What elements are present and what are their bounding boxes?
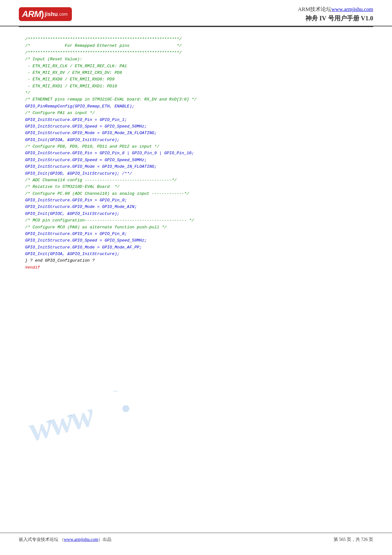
code-line-8: */ bbox=[25, 90, 367, 96]
logo-com-text: .com bbox=[58, 12, 67, 17]
code-line-11: GPIO_PinRemapConfig(GPIO_Remap_ETH, ENAB… bbox=[25, 103, 367, 110]
page: ARM ) jishu .com ARM技术论坛www.armjishu.com… bbox=[0, 0, 392, 555]
code-line-14: GPIO_InitStructure.GPIO_Pin = GPIO_Pin_1… bbox=[25, 117, 367, 123]
header-forum-text: ARM技术论坛 bbox=[298, 6, 331, 12]
watermark-dot bbox=[122, 405, 129, 412]
code-line-32: /* MCO pin configuration----------------… bbox=[25, 217, 367, 224]
code-line-36: GPIO_InitStructure.GPIO_Mode = GPIO_Mode… bbox=[25, 244, 367, 251]
logo-bracket: ) bbox=[41, 9, 44, 19]
logo-jishu-text: jishu bbox=[45, 11, 58, 18]
code-block: /***************************************… bbox=[0, 27, 392, 271]
watermark: www bbox=[24, 394, 97, 450]
code-line-17: GPIO_Init(GPIOA, &GPIO_InitStructure); bbox=[25, 137, 367, 143]
code-line-33: /* Configure MCO (PA8) as alternate func… bbox=[25, 224, 367, 231]
header-title: 神舟 IV 号用户手册 V1.0 bbox=[298, 14, 373, 23]
code-line-2: /***************************************… bbox=[25, 49, 367, 56]
code-line-6: - ETH_MII_RXD0 / ETH_RMII_RXD0: PD9 bbox=[25, 76, 367, 83]
footer-url[interactable]: www.armjishu.com bbox=[64, 537, 99, 542]
code-line-27: /* Configure PC.00 (ADC Channel10) as an… bbox=[25, 190, 367, 197]
code-line-26: /* Relative to STM3210D-EVAL Board */ bbox=[25, 183, 367, 190]
code-line-39: } ? end GPIO_Configuration ? bbox=[25, 257, 367, 264]
code-line-37: GPIO_Init(GPIOA, &GPIO_InitStructure); bbox=[25, 251, 367, 257]
code-line-0: /***************************************… bbox=[25, 36, 367, 42]
logo: ARM ) jishu .com bbox=[19, 7, 72, 21]
header-forum: ARM技术论坛www.armjishu.com bbox=[298, 6, 373, 13]
code-line-16: GPIO_InitStructure.GPIO_Mode = GPIO_Mode… bbox=[25, 130, 367, 136]
code-line-7: - ETH_MII_RXD1 / ETH_RMII_RXD1: PD10 bbox=[25, 83, 367, 90]
footer-right: 第 565 页，共 726 页 bbox=[334, 537, 373, 542]
code-line-21: GPIO_InitStructure.GPIO_Speed = GPIO_Spe… bbox=[25, 157, 367, 163]
code-line-10: /* ETHERNET pins remapp in STM3210C-EVAL… bbox=[25, 96, 367, 103]
code-line-35: GPIO_InitStructure.GPIO_Speed = GPIO_Spe… bbox=[25, 237, 367, 244]
header-right: ARM技术论坛www.armjishu.com 神舟 IV 号用户手册 V1.0 bbox=[298, 6, 373, 23]
header: ARM ) jishu .com ARM技术论坛www.armjishu.com… bbox=[0, 0, 392, 26]
code-line-1: /* For Remapped Ethernet pins */ bbox=[25, 42, 367, 49]
code-line-40: #endif bbox=[25, 264, 367, 271]
logo-container: ARM ) jishu .com bbox=[19, 7, 72, 21]
code-line-23: GPIO_Init(GPIOD, &GPIO_InitStructure); /… bbox=[25, 170, 367, 177]
code-line-28: GPIO_InitStructure.GPIO_Pin = GPIO_Pin_0… bbox=[25, 197, 367, 204]
footer-left-text: 嵌入式专业技术论坛 （ bbox=[19, 537, 64, 542]
code-line-22: GPIO_InitStructure.GPIO_Mode = GPIO_Mode… bbox=[25, 163, 367, 170]
code-line-5: - ETH_MII_RX_DV / ETH_RMII_CRS_DV: PD8 bbox=[25, 69, 367, 76]
footer-left-end: ）出品 bbox=[98, 537, 111, 542]
wave-mark: ~ bbox=[113, 386, 118, 396]
code-line-19: /* Configure PD8, PD9, PD10, PD11 and PD… bbox=[25, 143, 367, 150]
logo-arm-text: ARM bbox=[22, 9, 41, 19]
code-line-25: /* ADC Channel14 config ----------------… bbox=[25, 177, 367, 183]
code-line-3: /* Input (Reset Value): bbox=[25, 56, 367, 63]
footer: 嵌入式专业技术论坛 （www.armjishu.com）出品 第 565 页，共… bbox=[0, 533, 392, 542]
code-line-34: GPIO_InitStructure.GPIO_Pin = GPIO_Pin_8… bbox=[25, 231, 367, 237]
footer-left: 嵌入式专业技术论坛 （www.armjishu.com）出品 bbox=[19, 537, 111, 542]
code-line-4: - ETH_MII_RX_CLK / ETH_RMII_REF_CLK: PA1 bbox=[25, 63, 367, 69]
code-line-30: GPIO_Init(GPIOC, &GPIO_InitStructure); bbox=[25, 210, 367, 217]
code-line-15: GPIO_InitStructure.GPIO_Speed = GPIO_Spe… bbox=[25, 123, 367, 130]
code-line-13: /* Configure PA1 as input */ bbox=[25, 110, 367, 116]
code-line-20: GPIO_InitStructure.GPIO_Pin = GPIO_Pin_8… bbox=[25, 150, 367, 156]
code-line-29: GPIO_InitStructure.GPIO_Mode = GPIO_Mode… bbox=[25, 204, 367, 210]
header-forum-url[interactable]: www.armjishu.com bbox=[331, 6, 373, 12]
